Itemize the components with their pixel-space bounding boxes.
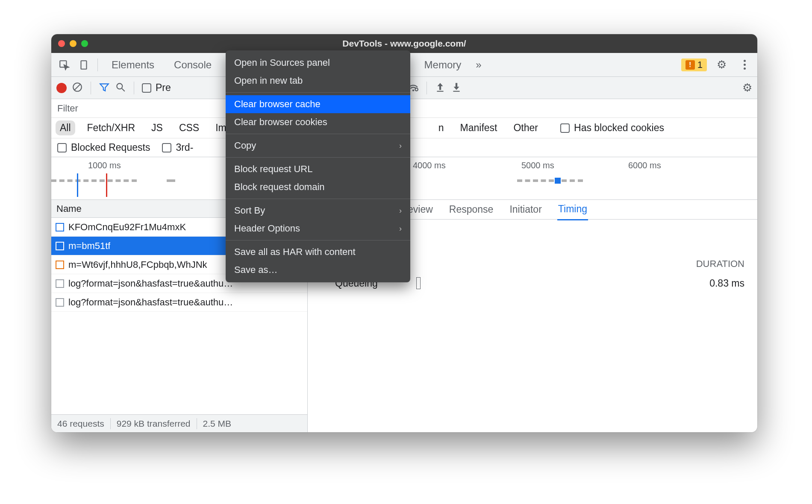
tab-initiator[interactable]: Initiator [509, 200, 542, 220]
clear-button[interactable] [72, 82, 83, 94]
svg-rect-1 [81, 61, 87, 69]
traffic-lights [58, 40, 88, 47]
record-button[interactable] [56, 83, 67, 93]
tab-response[interactable]: Response [448, 200, 494, 220]
filter-icon[interactable] [99, 82, 110, 94]
issues-count: 1 [697, 59, 703, 70]
chip-css[interactable]: CSS [175, 120, 203, 135]
maximize-window-button[interactable] [81, 40, 88, 47]
svg-rect-10 [453, 91, 459, 91]
tab-memory[interactable]: Memory [416, 53, 470, 77]
chip-fetch-xhr[interactable]: Fetch/XHR [83, 120, 139, 135]
svg-line-6 [122, 88, 125, 91]
blocked-requests-checkbox[interactable]: Blocked Requests [57, 142, 150, 153]
settings-icon[interactable] [713, 56, 730, 73]
tick-5000: 5000 ms [521, 161, 554, 170]
devtools-window: DevTools - www.google.com/ Elements Cons… [51, 34, 757, 432]
file-icon [56, 298, 64, 307]
search-icon[interactable] [115, 82, 126, 94]
status-transferred: 929 kB transferred [117, 419, 191, 429]
has-blocked-cookies-checkbox[interactable]: Has blocked cookies [560, 122, 664, 134]
cm-clear-cache[interactable]: Clear browser cache [226, 95, 410, 113]
minimize-window-button[interactable] [70, 40, 76, 47]
tick-4000: 4000 ms [413, 161, 446, 170]
chevron-right-icon: › [399, 206, 402, 215]
status-resources: 2.5 MB [203, 419, 232, 429]
file-icon [56, 279, 64, 288]
cm-block-domain[interactable]: Block request domain [226, 178, 410, 196]
upload-har-icon[interactable] [435, 82, 446, 94]
cm-save-as[interactable]: Save as… [226, 261, 410, 279]
queueing-value: 0.83 ms [709, 278, 744, 289]
cm-open-new-tab[interactable]: Open in new tab [226, 72, 410, 90]
close-window-button[interactable] [58, 40, 65, 47]
filter-input[interactable]: Filter [57, 103, 78, 114]
file-icon [56, 223, 64, 231]
cm-block-url[interactable]: Block request URL [226, 160, 410, 178]
network-settings-icon[interactable] [742, 81, 752, 94]
svg-point-7 [413, 90, 414, 91]
chip-all[interactable]: All [56, 120, 75, 135]
inspect-element-icon[interactable] [56, 56, 73, 73]
tab-timing[interactable]: Timing [557, 200, 588, 220]
separator [97, 59, 98, 71]
more-menu-icon[interactable] [736, 56, 753, 73]
chip-other[interactable]: Other [509, 120, 542, 135]
chip-font-partial[interactable]: n [434, 120, 448, 135]
tick-1000: 1000 ms [88, 161, 121, 170]
chevron-right-icon: › [399, 141, 402, 150]
queueing-bar [416, 277, 421, 289]
svg-point-5 [117, 83, 122, 89]
svg-line-4 [75, 84, 80, 90]
cm-header-options[interactable]: Header Options› [226, 220, 410, 237]
cm-save-har[interactable]: Save all as HAR with content [226, 243, 410, 261]
chip-manifest[interactable]: Manifest [456, 120, 502, 135]
tick-6000: 6000 ms [628, 161, 661, 170]
warning-icon: ! [685, 60, 695, 70]
duration-label: DURATION [696, 258, 744, 270]
cm-open-sources[interactable]: Open in Sources panel [226, 54, 410, 72]
status-bar: 46 requests 929 kB transferred 2.5 MB [51, 414, 307, 432]
status-requests: 46 requests [57, 419, 104, 429]
cm-copy[interactable]: Copy› [226, 137, 410, 155]
context-menu: Open in Sources panel Open in new tab Cl… [226, 50, 410, 282]
file-icon [56, 242, 64, 250]
preserve-log-checkbox[interactable]: Pre [142, 82, 171, 94]
issues-badge[interactable]: ! 1 [681, 59, 707, 71]
download-har-icon[interactable] [451, 82, 462, 94]
request-row[interactable]: log?format=json&hasfast=true&authu… [51, 293, 307, 312]
tab-preview[interactable]: eview [407, 200, 434, 220]
third-party-checkbox[interactable]: 3rd- [162, 142, 193, 153]
tabs-right: ! 1 [681, 56, 753, 73]
svg-rect-9 [437, 91, 443, 91]
tab-console[interactable]: Console [165, 53, 220, 77]
cm-sort-by[interactable]: Sort By› [226, 202, 410, 220]
chip-js[interactable]: JS [147, 120, 167, 135]
cm-clear-cookies[interactable]: Clear browser cookies [226, 113, 410, 131]
tab-overflow-icon[interactable]: » [472, 53, 485, 77]
file-icon [56, 261, 64, 269]
device-toolbar-icon[interactable] [75, 56, 92, 73]
tab-elements[interactable]: Elements [103, 53, 163, 77]
svg-point-8 [415, 88, 418, 91]
preserve-log-label: Pre [156, 82, 171, 94]
chevron-right-icon: › [399, 224, 402, 233]
window-title: DevTools - www.google.com/ [51, 38, 757, 49]
